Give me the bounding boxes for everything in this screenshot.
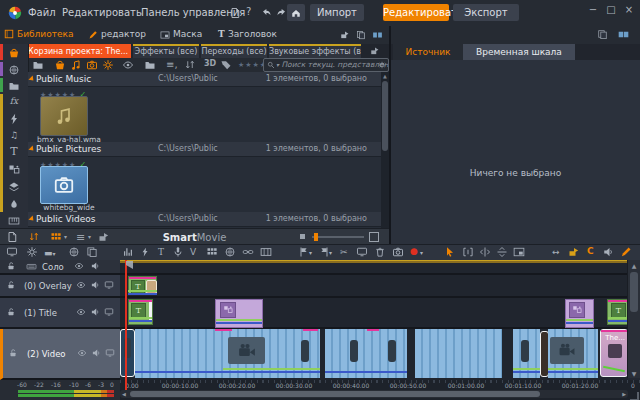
audio-mixer-icon[interactable] [122, 246, 134, 258]
track-header-overlay[interactable]: (0) Overlay [0, 275, 120, 298]
monitor-icon[interactable] [104, 307, 114, 317]
sidebar-item-fx[interactable]: fx [0, 93, 28, 109]
marker-add-caret[interactable]: ▾ [420, 249, 423, 256]
video-clip-selected-transition[interactable] [120, 329, 135, 377]
menu-edit[interactable]: Редактировать [62, 7, 142, 18]
video-clip-1[interactable] [135, 329, 320, 378]
copy-view-icon[interactable] [356, 30, 366, 40]
photo-filter-icon[interactable] [86, 59, 98, 71]
camera-icon[interactable] [392, 246, 404, 258]
scroll-thumb[interactable] [382, 81, 388, 151]
marker-add-icon[interactable]: ● [410, 246, 418, 256]
audio-scrub-icon[interactable] [68, 246, 80, 258]
sidebar-item-layers[interactable] [0, 178, 28, 194]
bin-filter-icon[interactable] [54, 59, 66, 71]
scroll-down-icon[interactable]: ▼ [628, 370, 640, 377]
music-thumbnail[interactable] [40, 96, 88, 136]
thumb-size-slider[interactable] [312, 236, 364, 238]
timeline-ruler[interactable]: 0.00 00:00:10.00 00:00:20.00 00:00:30.00… [120, 380, 640, 389]
add-title-icon[interactable]: T [158, 247, 164, 257]
eye-icon[interactable] [76, 280, 86, 290]
film-frame-icon[interactable] [260, 246, 272, 258]
trim-mode-2-icon[interactable] [496, 246, 508, 258]
snapshot-icon[interactable] [356, 246, 368, 258]
tab-mask[interactable]: Маска [173, 29, 202, 39]
timeline-settings-gear-icon[interactable] [26, 246, 38, 258]
monitor-icon[interactable] [104, 280, 114, 290]
resize-grip[interactable] [630, 392, 639, 400]
view-list-icon[interactable]: ≡, [166, 59, 178, 70]
sidebar-item-montage[interactable] [0, 161, 28, 177]
dual-pane-icon[interactable] [372, 30, 383, 40]
section-header-public-pictures[interactable]: Public Pictures C:\Users\Public 1 элемен… [28, 142, 381, 157]
pip-icon[interactable] [513, 246, 525, 258]
track-header-video[interactable]: (2) Video [0, 329, 123, 380]
trim-mode-icon[interactable] [479, 246, 491, 258]
video-clip-selected[interactable]: The... [600, 329, 628, 377]
lock-icon[interactable] [8, 348, 18, 358]
undo-icon[interactable] [260, 7, 272, 19]
sort-icon[interactable] [184, 59, 196, 71]
tab-source[interactable]: Источник [393, 44, 463, 60]
timeline-lanes[interactable]: T T T [120, 260, 628, 380]
import-folder-icon[interactable] [32, 59, 44, 71]
scroll-up-icon[interactable]: ▲ [628, 260, 640, 269]
multicam-grid-icon[interactable] [206, 246, 218, 258]
minimize-button[interactable]: − [585, 3, 601, 17]
sidebar-item-scorefitter[interactable] [0, 212, 28, 228]
scroll-up-icon[interactable]: ▲ [382, 73, 388, 79]
scroll-thumb[interactable] [630, 272, 638, 312]
sphere-360-icon[interactable] [224, 246, 236, 258]
timeline-hscrollbar[interactable]: ◀ ▶ [120, 390, 628, 398]
playhead[interactable] [125, 260, 127, 390]
track-header-title[interactable]: (1) Title [0, 298, 120, 329]
slider-thumb[interactable] [314, 233, 318, 241]
video-clip-3[interactable] [415, 329, 502, 378]
collapse-triangle-icon[interactable] [28, 145, 35, 152]
bracket-trim-icon[interactable] [462, 246, 474, 258]
export-mode-button[interactable]: Экспорт [453, 4, 519, 21]
lock-icon[interactable] [6, 280, 16, 290]
tab-timeline-preview[interactable]: Временная шкала [463, 44, 575, 60]
magnet-snap-icon[interactable]: C [587, 246, 594, 256]
speaker-icon[interactable] [90, 307, 100, 317]
detach-icon[interactable] [340, 30, 350, 40]
section-header-public-videos[interactable]: Public Videos C:\Users\Public 1 элементо… [28, 212, 381, 227]
montage-clip-2[interactable] [565, 299, 594, 328]
group-folder-icon[interactable] [144, 59, 156, 71]
scroll-thumb[interactable] [130, 391, 540, 397]
send-track-icon[interactable] [568, 246, 580, 258]
scroll-right-icon[interactable]: ▶ [622, 391, 626, 397]
delete-trash-icon[interactable] [374, 246, 386, 258]
eye-icon[interactable] [77, 348, 87, 358]
video-clip-5[interactable] [548, 329, 598, 378]
collapse-triangle-icon[interactable] [28, 75, 35, 82]
zoom-out-box-icon[interactable] [300, 234, 305, 239]
audio-ducking-icon[interactable]: V [190, 247, 196, 257]
tab-editor[interactable]: редактор [101, 29, 146, 39]
music-filter-icon[interactable] [70, 59, 82, 71]
preview-eye-icon[interactable] [122, 59, 134, 71]
sidebar-item-project-bin[interactable] [0, 44, 28, 60]
scorefitter-icon[interactable] [140, 246, 150, 258]
keyboard-icon[interactable] [26, 261, 37, 272]
select-cursor-icon[interactable] [444, 246, 456, 258]
tab-library[interactable]: Библиотека [17, 29, 73, 39]
speaker-icon[interactable] [91, 348, 101, 358]
video-clip-2[interactable] [325, 329, 407, 378]
timeline-vscrollbar[interactable]: ▲ ▼ [627, 260, 640, 378]
track-size-icon[interactable]: ▬▾ [44, 248, 56, 258]
menu-file[interactable]: Файл [28, 7, 56, 18]
library-scrollbar[interactable]: ▲ [381, 72, 389, 228]
search-scope-caret[interactable]: ▾ [276, 61, 279, 68]
sidebar-item-transitions[interactable] [0, 110, 28, 126]
playhead-flag-icon[interactable] [126, 261, 133, 269]
timeline-view-icon[interactable] [6, 246, 18, 258]
marker-in-caret[interactable]: ▾ [309, 249, 312, 256]
video-clip-4[interactable] [513, 329, 540, 378]
scroll-left-icon[interactable]: ◀ [122, 391, 126, 397]
title-clip-2[interactable]: T [607, 299, 628, 325]
close-button[interactable]: × [621, 3, 637, 17]
sidebar-item-sound[interactable] [0, 195, 28, 211]
undock-preview-icon[interactable] [597, 29, 608, 40]
